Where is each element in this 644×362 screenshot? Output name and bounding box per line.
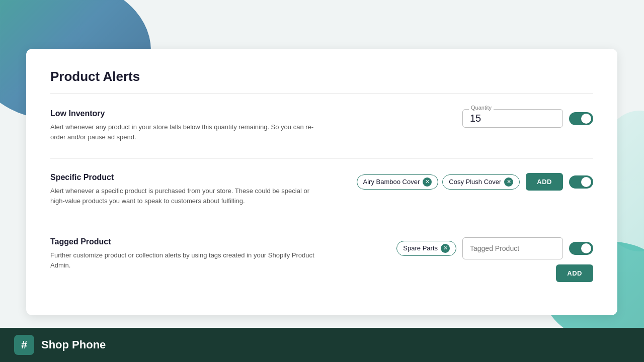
low-inventory-section: Low Inventory Alert whenever any product… <box>50 109 593 142</box>
tag-chip-spare-parts-close[interactable]: ✕ <box>441 244 450 253</box>
specific-product-add-button[interactable]: ADD <box>526 173 563 191</box>
tag-chip-plush: Cosy Plush Cover ✕ <box>442 174 520 190</box>
quantity-input[interactable] <box>470 113 555 124</box>
tagged-product-left: Tagged Product Further customize product… <box>50 237 322 270</box>
tag-chip-bamboo: Airy Bamboo Cover ✕ <box>357 174 439 190</box>
quantity-wrapper: Quantity <box>462 109 563 128</box>
low-inventory-desc: Alert whenever any product in your store… <box>50 122 322 142</box>
tagged-product-input[interactable] <box>470 244 555 252</box>
specific-product-chips: Airy Bamboo Cover ✕ Cosy Plush Cover ✕ <box>357 174 520 190</box>
tagged-product-toggle[interactable] <box>569 242 593 255</box>
tagged-product-add-button[interactable]: ADD <box>556 264 593 282</box>
specific-product-toggle-slider <box>569 175 593 189</box>
brand-hash-symbol: # <box>21 338 27 351</box>
tagged-product-desc: Further customize product or collection … <box>50 250 322 270</box>
tagged-product-top-row: Spare Parts ✕ <box>396 237 593 259</box>
section-divider-1 <box>50 158 593 159</box>
specific-product-section: Specific Product Alert whenever a specif… <box>50 173 593 206</box>
specific-product-left: Specific Product Alert whenever a specif… <box>50 173 322 206</box>
tag-chip-plush-close[interactable]: ✕ <box>504 177 513 187</box>
tag-chip-bamboo-close[interactable]: ✕ <box>423 177 432 187</box>
specific-product-toggle-wrapper[interactable] <box>569 175 593 189</box>
brand-icon: # <box>14 335 34 355</box>
specific-product-right: Airy Bamboo Cover ✕ Cosy Plush Cover ✕ A… <box>322 173 593 191</box>
tag-chip-bamboo-label: Airy Bamboo Cover <box>363 178 420 186</box>
specific-product-toggle[interactable] <box>569 175 593 189</box>
tag-chip-spare-parts: Spare Parts ✕ <box>396 241 456 256</box>
low-inventory-toggle[interactable] <box>569 112 593 125</box>
tagged-product-section: Tagged Product Further customize product… <box>50 237 593 282</box>
main-card: Product Alerts Low Inventory Alert whene… <box>26 49 617 315</box>
low-inventory-title: Low Inventory <box>50 109 322 118</box>
low-inventory-right: Quantity <box>322 109 593 128</box>
brand-name: Shop Phone <box>41 338 106 351</box>
tag-chip-plush-label: Cosy Plush Cover <box>449 178 501 186</box>
low-inventory-toggle-slider <box>569 112 593 125</box>
tagged-product-right: Spare Parts ✕ ADD <box>322 237 593 282</box>
tagged-product-toggle-slider <box>569 242 593 255</box>
section-divider-2 <box>50 223 593 223</box>
title-divider <box>50 94 593 94</box>
tagged-product-toggle-wrapper[interactable] <box>569 242 593 255</box>
tagged-product-chips: Spare Parts ✕ <box>396 241 456 256</box>
tagged-product-title: Tagged Product <box>50 237 322 246</box>
specific-product-title: Specific Product <box>50 173 322 182</box>
tagged-product-input-wrapper <box>462 237 563 259</box>
page-title: Product Alerts <box>50 69 593 84</box>
quantity-label: Quantity <box>469 105 494 111</box>
low-inventory-left: Low Inventory Alert whenever any product… <box>50 109 322 142</box>
low-inventory-toggle-wrapper[interactable] <box>569 112 593 125</box>
tag-chip-spare-parts-label: Spare Parts <box>403 244 438 252</box>
specific-product-desc: Alert whenever a specific product is pur… <box>50 186 322 206</box>
bottom-bar: # Shop Phone <box>0 328 644 362</box>
